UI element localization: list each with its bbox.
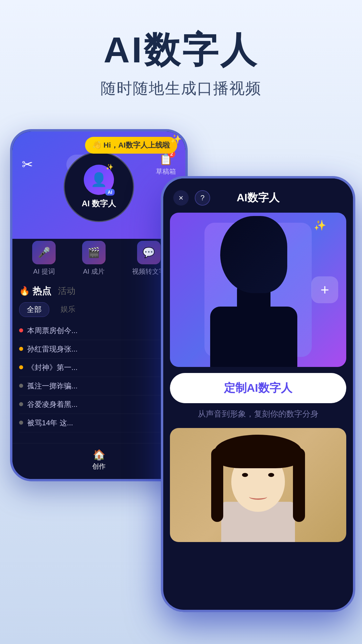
male-silhouette — [210, 216, 297, 367]
news-item-4[interactable]: 孤注一掷诈骗... — [19, 377, 179, 395]
phones-container: 👋 Hi，AI数字人上线啦 ✨ ✂ 开始创作 2 📋 草稿箱 — [0, 116, 362, 644]
customize-desc: 从声音到形象，复刻你的数字分身 — [170, 409, 346, 419]
bottom-nav: 🏠 创作 — [12, 443, 185, 479]
news-item-2[interactable]: 孙红雷现身张... — [19, 340, 179, 359]
nav-create-label: 创作 — [92, 462, 106, 471]
page-subtitle: 随时随地生成口播视频 — [20, 78, 342, 99]
func-item-ai-video[interactable]: 🎬 AI 成片 — [82, 241, 106, 276]
video-text-label: 视频转文字 — [132, 267, 166, 276]
news-item-5[interactable]: 谷爱凌身着黑... — [19, 395, 179, 414]
page-wrapper: AI数字人 随时随地生成口播视频 👋 Hi，AI数字人上线啦 ✨ ✂ 开 — [0, 0, 362, 644]
ai-badge: AI — [105, 189, 115, 196]
news-text-4: 孤注一掷诈骗... — [27, 381, 77, 391]
news-dot-3 — [19, 365, 23, 369]
ai-video-label: AI 成片 — [83, 267, 105, 276]
news-dot-4 — [19, 384, 23, 388]
filter-all[interactable]: 全部 — [19, 302, 49, 317]
help-btn[interactable]: ? — [195, 190, 210, 206]
news-item-1[interactable]: 本周票房创今... — [19, 322, 179, 340]
news-item-3[interactable]: 《封神》第一... — [19, 359, 179, 377]
news-dot-1 — [19, 328, 23, 332]
news-dot-5 — [19, 402, 23, 406]
sparkle-icon: ✨ — [170, 133, 182, 145]
phone-front: × ? AI数字人 — [161, 176, 355, 612]
sparkle-top-right-icon: ✨ — [314, 219, 326, 231]
home-icon: 🏠 — [93, 449, 105, 461]
tooltip-popup: 👋 Hi，AI数字人上线啦 ✨ — [85, 137, 177, 154]
page-header: AI数字人 随时随地生成口播视频 — [0, 0, 362, 116]
filter-entertainment[interactable]: 娱乐 — [53, 302, 83, 317]
ai-circle[interactable]: 👤 AI ✨ AI 数字人 — [64, 152, 134, 222]
close-btn[interactable]: × — [173, 190, 189, 206]
customize-btn[interactable]: 定制AI数字人 — [170, 373, 346, 403]
woman-hair-right — [293, 448, 305, 522]
woman-hair-left — [211, 448, 223, 522]
news-text-6: 被骂14年 这... — [27, 418, 73, 428]
person-card — [170, 428, 346, 542]
news-text-2: 孙红雷现身张... — [27, 344, 77, 354]
func-item-ai-teleprompter[interactable]: 🎤 AI 提词 — [32, 241, 56, 276]
news-text-1: 本周票房创今... — [27, 326, 77, 336]
mouth — [249, 494, 267, 500]
hot-section: 🔥 热点 活动 全部 娱乐 本周票房创今... — [12, 279, 185, 438]
draft-box-label: 草稿箱 — [156, 167, 176, 176]
news-item-6[interactable]: 被骂14年 这... — [19, 414, 179, 432]
video-text-icon: 💬 — [137, 241, 161, 264]
silhouette-head — [220, 216, 287, 293]
plus-icon-card[interactable]: + — [311, 276, 338, 303]
woman-figure-container — [208, 435, 308, 542]
news-text-5: 谷爱凌身着黑... — [27, 399, 77, 410]
front-phone-header: × ? AI数字人 — [163, 178, 353, 213]
back-phone-header: 👋 Hi，AI数字人上线啦 ✨ ✂ 开始创作 2 📋 草稿箱 — [12, 131, 185, 239]
func-item-video-text[interactable]: 💬 视频转文字 — [132, 241, 166, 276]
activity-tab[interactable]: 活动 — [58, 285, 75, 297]
avatar-card: + ✨ — [170, 213, 346, 367]
scissors-icon: ✂ — [22, 157, 33, 172]
hot-tab-label: 热点 — [33, 285, 51, 298]
func-icons-row: 🎤 AI 提词 🎬 AI 成片 💬 视频转文字 — [12, 235, 185, 279]
tooltip-text: 👋 Hi，AI数字人上线啦 — [93, 140, 170, 150]
silhouette-body — [210, 307, 297, 367]
left-eye — [242, 473, 248, 477]
right-eye — [268, 473, 274, 477]
ai-teleprompter-icon: 🎤 — [32, 241, 56, 264]
filter-row: 全部 娱乐 — [19, 302, 179, 317]
fire-icon: 🔥 — [19, 286, 30, 296]
news-text-3: 《封神》第一... — [27, 363, 77, 373]
page-title: AI数字人 — [20, 30, 342, 70]
draft-box-btn[interactable]: 2 📋 草稿箱 — [156, 153, 176, 176]
nav-create[interactable]: 🏠 创作 — [92, 449, 106, 471]
news-dot-2 — [19, 347, 23, 351]
front-title: AI数字人 — [237, 191, 280, 205]
woman-hair-top — [215, 435, 302, 468]
ai-circle-icon: 👤 AI ✨ — [84, 165, 114, 195]
ai-circle-label: AI 数字人 — [82, 198, 116, 209]
news-dot-6 — [19, 421, 23, 425]
ai-video-icon: 🎬 — [82, 241, 106, 264]
ai-teleprompter-label: AI 提词 — [33, 267, 55, 276]
hot-tabs-row: 🔥 热点 活动 — [19, 285, 179, 298]
hot-tab-active[interactable]: 🔥 热点 — [19, 285, 51, 298]
